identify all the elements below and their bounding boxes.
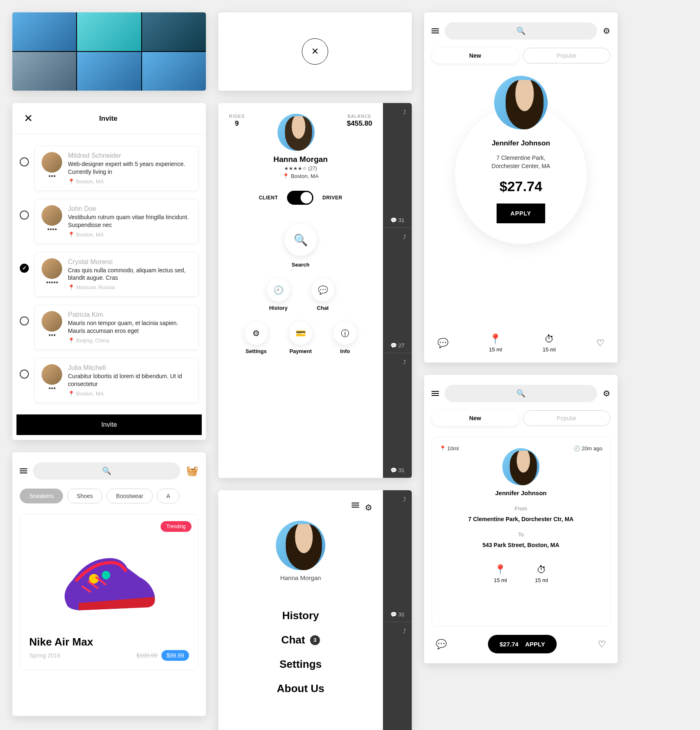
duration: 15 ml — [543, 346, 556, 353]
gallery-thumb[interactable] — [12, 52, 76, 91]
gallery-thumb[interactable] — [142, 12, 206, 51]
avatar — [42, 311, 62, 332]
tab-new[interactable]: New — [432, 410, 519, 426]
tab-popular[interactable]: Popular — [523, 48, 610, 63]
heart-icon[interactable]: ♡ — [596, 338, 604, 349]
chat-button[interactable]: 💬 — [311, 278, 334, 302]
category-chip[interactable]: Shoes — [67, 489, 103, 503]
search-input[interactable]: 🔍 — [445, 385, 597, 402]
avatar[interactable] — [276, 521, 325, 570]
ride-card: 📍10ml 🕘20m ago Jennifer Johnson From 7 C… — [432, 437, 610, 627]
basket-icon[interactable]: 🧺 — [186, 465, 198, 477]
chat-icon[interactable]: 💬 — [436, 639, 447, 650]
select-radio[interactable] — [20, 157, 29, 166]
category-chip[interactable]: Sneakers — [20, 489, 63, 503]
close-button[interactable]: ✕ — [302, 38, 328, 65]
person-card[interactable]: ★★★★ John Doe Vestibulum rutrum quam vit… — [35, 199, 198, 244]
stars: ★★★ — [48, 174, 56, 178]
share-icon[interactable]: ⤴ — [403, 109, 406, 115]
trending-badge: Trending — [161, 521, 191, 532]
person-card[interactable]: ★★★ Mildred Schneider Web-designer exper… — [35, 146, 198, 191]
balance-value: $455.80 — [347, 119, 372, 128]
info-button[interactable]: ⓘ — [334, 322, 357, 345]
heart-icon[interactable]: ♡ — [598, 639, 606, 650]
category-chip[interactable]: Boostwear — [107, 489, 153, 503]
invite-button[interactable]: Invite — [16, 414, 202, 435]
menu-history[interactable]: History — [282, 609, 319, 622]
comment-icon: 💬 — [390, 342, 397, 349]
menu-settings[interactable]: Settings — [280, 658, 322, 671]
distance: 15 ml — [489, 346, 502, 353]
search-input[interactable]: 🔍 — [33, 462, 180, 480]
pin-icon: 📍 — [282, 173, 289, 179]
settings-button[interactable]: ⚙ — [245, 322, 268, 345]
pin-icon: 📍 — [68, 232, 75, 238]
chat-icon[interactable]: 💬 — [437, 338, 448, 349]
share-icon[interactable]: ⤴ — [403, 496, 406, 503]
menu-icon[interactable] — [432, 28, 439, 33]
person-location: Boston, MA — [76, 232, 104, 238]
tab-new[interactable]: New — [432, 48, 519, 63]
menu-about[interactable]: About Us — [277, 682, 324, 695]
history-button[interactable]: 🕘 — [267, 278, 290, 302]
pill-apply: APPLY — [525, 641, 545, 648]
person-location: Boston, MA — [76, 391, 104, 397]
filter-icon[interactable]: ⚙ — [603, 26, 610, 36]
share-icon[interactable]: ⤴ — [403, 234, 406, 240]
payment-button[interactable]: 💳 — [289, 322, 312, 345]
apply-button[interactable]: APPLY — [497, 204, 545, 223]
menu-icon[interactable] — [20, 468, 27, 473]
avatar[interactable] — [502, 448, 539, 485]
menu-icon[interactable] — [432, 391, 439, 396]
chat-label: Chat — [317, 305, 329, 311]
select-radio[interactable] — [20, 264, 29, 273]
balance-label: BALANCE — [347, 114, 372, 119]
select-radio[interactable] — [20, 370, 29, 379]
gallery-thumb[interactable] — [142, 52, 206, 91]
tab-popular[interactable]: Popular — [523, 410, 610, 426]
product-card[interactable]: Trending Nike Air Max Spring 2016 $109.9… — [20, 514, 198, 670]
person-card[interactable]: ★★★★★ Crystal Moreno Cras quis nulla com… — [35, 252, 198, 297]
comment-icon: 💬 — [390, 467, 397, 473]
gallery-thumb[interactable] — [12, 12, 76, 51]
comment-count: 31 — [399, 217, 404, 223]
drawer-screen: ⚙ Hanna Morgan History Chat3 Settings Ab… — [218, 490, 412, 730]
avatar[interactable] — [494, 76, 548, 129]
role-toggle[interactable] — [287, 191, 313, 205]
stars: ★★★★ — [47, 227, 57, 231]
gallery-thumb[interactable] — [77, 52, 141, 91]
apply-pill[interactable]: $27.74 APPLY — [488, 635, 557, 653]
timer-icon: ⏱ — [537, 564, 546, 576]
filter-icon[interactable]: ⚙ — [365, 503, 372, 512]
search-button[interactable]: 🔍 — [285, 224, 317, 256]
payment-label: Payment — [289, 348, 312, 354]
share-icon[interactable]: ⤴ — [403, 628, 406, 634]
avatar[interactable] — [278, 114, 315, 151]
gallery-thumb[interactable] — [77, 12, 141, 51]
person-desc: Curabitur lobortis id lorem id bibendum.… — [68, 372, 191, 388]
filter-icon[interactable]: ⚙ — [603, 388, 610, 398]
driver-card-screen: 🔍 ⚙ New Popular Jennifer Johnson 7 Cleme… — [424, 12, 618, 363]
product-season: Spring 2016 — [29, 652, 61, 659]
history-label: History — [269, 305, 288, 311]
menu-chat[interactable]: Chat3 — [281, 634, 320, 646]
person-card[interactable]: ★★★ Julia Mitchell Curabitur lobortis id… — [35, 358, 198, 403]
person-card[interactable]: ★★★ Patricia Kim Mauris non tempor quam,… — [35, 305, 198, 350]
avatar — [42, 152, 62, 173]
[interactable] — [352, 503, 359, 512]
person-desc: Mauris non tempor quam, et lacinia sapie… — [68, 319, 191, 335]
from-label: From — [439, 505, 602, 512]
pin-icon: 📍 — [439, 445, 446, 452]
select-radio[interactable] — [20, 211, 29, 220]
category-chip[interactable]: A — [157, 489, 180, 503]
share-icon[interactable]: ⤴ — [403, 359, 406, 365]
product-name: Nike Air Max — [29, 636, 189, 648]
search-input[interactable]: 🔍 — [445, 22, 597, 40]
pin-icon: 📍 — [68, 337, 75, 344]
ride-detail-screen: 🔍 ⚙ New Popular 📍10ml 🕘20m ago Jennifer … — [424, 375, 618, 663]
profile-menu-screen: RIDES9 BALANCE$455.80 Hanna Morgan ★★★★☆… — [218, 103, 412, 478]
select-radio[interactable] — [20, 316, 29, 325]
to-addr: 543 Park Street, Boston, MA — [439, 542, 602, 548]
comment-count: 31 — [399, 611, 404, 618]
stars: ★★★ — [48, 333, 56, 337]
